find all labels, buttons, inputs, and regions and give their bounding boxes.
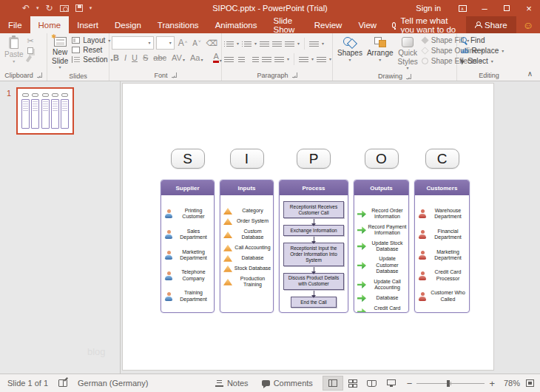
- tab-insert[interactable]: Insert: [69, 16, 107, 33]
- copy-button[interactable]: [27, 47, 34, 54]
- undo-icon[interactable]: ↶: [22, 4, 30, 13]
- character-spacing-button[interactable]: AV▾: [170, 53, 186, 62]
- proofing-icon[interactable]: [58, 379, 67, 387]
- tab-slide-show[interactable]: Slide Show: [266, 16, 306, 33]
- collapse-ribbon-icon[interactable]: ∧: [527, 70, 533, 78]
- tab-view[interactable]: View: [350, 16, 385, 33]
- text-direction-dropdown-icon[interactable]: ▾: [322, 41, 324, 46]
- zoom-out-button[interactable]: −: [407, 379, 413, 388]
- font-size-combo[interactable]: ▾: [156, 36, 175, 50]
- comments-button[interactable]: Comments: [258, 376, 317, 390]
- language-indicator[interactable]: German (Germany): [78, 379, 148, 388]
- increase-font-size-button[interactable]: A˄: [177, 38, 189, 48]
- underline-button[interactable]: U: [130, 53, 139, 62]
- section-button[interactable]: Section▾: [72, 55, 112, 64]
- cut-button[interactable]: ✂: [27, 36, 34, 46]
- close-button[interactable]: ×: [518, 0, 540, 16]
- process-box[interactable]: Process Receptionist Receives Customer C…: [279, 180, 348, 313]
- letter-pill-o[interactable]: O: [365, 149, 399, 169]
- start-from-beginning-icon[interactable]: [60, 5, 69, 12]
- tab-home[interactable]: Home: [30, 16, 70, 33]
- layout-button[interactable]: Layout▾: [72, 36, 112, 44]
- arrange-button[interactable]: Arrange ▾: [365, 36, 396, 72]
- tab-review[interactable]: Review: [306, 16, 351, 33]
- letter-pill-i[interactable]: I: [230, 149, 264, 169]
- smartart-dropdown-icon[interactable]: ▾: [329, 57, 331, 61]
- fit-slide-to-window-icon[interactable]: [526, 379, 534, 387]
- zoom-in-button[interactable]: +: [489, 379, 495, 388]
- maximize-button[interactable]: [496, 0, 518, 16]
- supplier-box[interactable]: Supplier Printing Customer Sales Departm…: [161, 180, 215, 313]
- text-direction-button[interactable]: [309, 40, 319, 48]
- shadow-button[interactable]: abc: [152, 53, 168, 62]
- slide-thumbnail[interactable]: [16, 87, 74, 135]
- letter-pill-p[interactable]: P: [297, 149, 331, 169]
- align-center-button[interactable]: [237, 55, 246, 64]
- reset-button[interactable]: Reset: [72, 46, 112, 54]
- paste-button[interactable]: Paste ▾: [2, 36, 26, 70]
- feedback-smiley-icon[interactable]: ☺: [516, 16, 540, 33]
- share-button[interactable]: Share: [466, 16, 516, 33]
- columns-dropdown-icon[interactable]: ▾: [287, 57, 289, 61]
- notes-button[interactable]: Notes: [212, 376, 252, 390]
- letter-pill-c[interactable]: C: [425, 149, 459, 169]
- shapes-button[interactable]: Shapes ▾: [335, 36, 365, 72]
- ribbon-display-options-button[interactable]: ∧: [451, 0, 473, 16]
- decrease-indent-button[interactable]: [260, 40, 269, 48]
- slide-sorter-view-button[interactable]: [343, 376, 362, 390]
- clipboard-dialog-launcher[interactable]: [37, 72, 42, 78]
- outputs-box[interactable]: Outputs Record Order Information Record …: [354, 180, 409, 313]
- italic-button[interactable]: I: [123, 53, 128, 62]
- slide[interactable]: S Supplier Printing Customer Sales Depar…: [122, 83, 494, 371]
- letter-pill-s[interactable]: S: [171, 149, 205, 169]
- paragraph-dialog-launcher[interactable]: [292, 72, 297, 78]
- quick-styles-button[interactable]: Quick Styles ▾: [396, 36, 420, 72]
- font-dialog-launcher[interactable]: [172, 72, 177, 78]
- tab-design[interactable]: Design: [107, 16, 149, 33]
- format-painter-button[interactable]: [27, 55, 34, 62]
- line-spacing-dropdown-icon[interactable]: ▾: [297, 41, 300, 46]
- zoom-slider-handle[interactable]: [447, 380, 450, 387]
- clear-formatting-button[interactable]: ⌫: [204, 38, 219, 48]
- bold-button[interactable]: B: [112, 53, 121, 62]
- increase-indent-button[interactable]: [272, 40, 282, 48]
- align-right-button[interactable]: [249, 55, 259, 64]
- bullets-dropdown-icon[interactable]: ▾: [237, 41, 239, 46]
- bullets-button[interactable]: [224, 40, 234, 48]
- convert-to-smartart-button[interactable]: [317, 55, 326, 64]
- line-spacing-button[interactable]: [285, 40, 294, 48]
- numbering-dropdown-icon[interactable]: ▾: [254, 41, 257, 46]
- customers-box[interactable]: Customers Warehouse Department Financial…: [414, 180, 470, 313]
- zoom-slider[interactable]: [416, 383, 485, 384]
- minimize-button[interactable]: –: [473, 0, 496, 16]
- find-button[interactable]: Find: [461, 36, 504, 44]
- undo-dropdown-icon[interactable]: ▾: [36, 5, 39, 11]
- justify-button[interactable]: [262, 55, 271, 64]
- slide-show-button[interactable]: [382, 376, 401, 390]
- save-icon[interactable]: [75, 4, 83, 12]
- decrease-font-size-button[interactable]: A˅: [191, 39, 202, 47]
- reading-view-button[interactable]: [362, 377, 382, 390]
- normal-view-button[interactable]: [323, 376, 343, 391]
- tab-file[interactable]: File: [0, 16, 30, 33]
- redo-icon[interactable]: ↻: [46, 4, 53, 13]
- zoom-level[interactable]: 78%: [501, 379, 520, 388]
- change-case-button[interactable]: Aa▾: [189, 53, 204, 62]
- align-text-button[interactable]: [299, 55, 308, 64]
- align-text-dropdown-icon[interactable]: ▾: [311, 57, 314, 61]
- tell-me-box[interactable]: Tell me what you want to do: [385, 16, 466, 33]
- inputs-box[interactable]: Inputs Category Order System Custom Data…: [220, 180, 274, 313]
- align-left-button[interactable]: [224, 55, 234, 64]
- sign-in-link[interactable]: Sign in: [405, 4, 451, 13]
- numbering-button[interactable]: [242, 40, 252, 48]
- tab-transitions[interactable]: Transitions: [149, 16, 207, 33]
- strikethrough-button[interactable]: S: [141, 53, 149, 62]
- drawing-dialog-launcher[interactable]: [406, 74, 411, 79]
- font-name-combo[interactable]: ▾: [112, 36, 154, 50]
- select-button[interactable]: Select▾: [461, 57, 504, 65]
- tab-animations[interactable]: Animations: [207, 16, 266, 33]
- columns-button[interactable]: [274, 55, 284, 64]
- customize-qat-icon[interactable]: ▾: [90, 5, 92, 11]
- replace-button[interactable]: abReplace▾: [461, 47, 504, 55]
- new-slide-button[interactable]: New Slide ▾: [50, 36, 70, 71]
